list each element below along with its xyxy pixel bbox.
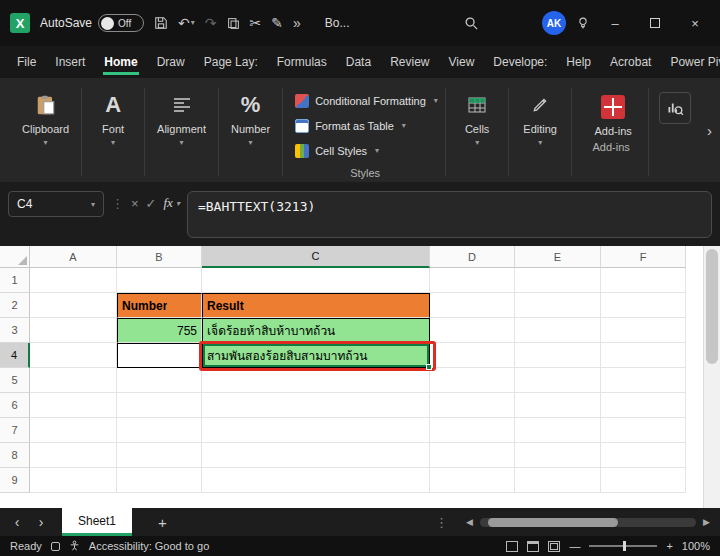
vertical-scrollbar-thumb[interactable] [706, 249, 718, 364]
tab-help[interactable]: Help [565, 49, 592, 75]
row-header-5[interactable]: 5 [0, 368, 30, 393]
accessibility-status[interactable]: Accessibility: Good to go [89, 540, 209, 552]
workbook-title[interactable]: Bo... [325, 16, 350, 30]
page-break-view-icon[interactable] [548, 541, 560, 552]
lightbulb-icon[interactable] [576, 16, 590, 30]
row-header-4[interactable]: 4 [0, 343, 30, 368]
cell-F9[interactable] [601, 468, 686, 493]
cell-C3[interactable]: เจ็ดร้อยห้าสิบห้าบาทถ้วน [202, 318, 430, 343]
cell-D1[interactable] [430, 268, 515, 293]
column-header-E[interactable]: E [515, 246, 601, 268]
tab-insert[interactable]: Insert [54, 49, 86, 75]
cell-C5[interactable] [202, 368, 430, 393]
cell-F2[interactable] [601, 293, 686, 318]
cell-D2[interactable] [430, 293, 515, 318]
tab-review[interactable]: Review [389, 49, 430, 75]
cell-F7[interactable] [601, 418, 686, 443]
tab-formulas[interactable]: Formulas [276, 49, 328, 75]
macro-record-icon[interactable] [51, 542, 60, 551]
add-sheet-button[interactable]: + [158, 514, 167, 531]
row-header-1[interactable]: 1 [0, 268, 30, 293]
cell-B2[interactable]: Number [117, 293, 202, 318]
styles-item-cell-styles[interactable]: Cell Styles▾ [295, 138, 435, 163]
ribbon-group-alignment[interactable]: Alignment ▾ [147, 82, 216, 182]
column-header-D[interactable]: D [430, 246, 515, 268]
cell-C2[interactable]: Result [202, 293, 430, 318]
undo-icon[interactable]: ↶▾ [178, 16, 195, 30]
cell-F8[interactable] [601, 443, 686, 468]
scroll-left-icon[interactable]: ◀ [466, 517, 473, 527]
row-header-7[interactable]: 7 [0, 418, 30, 443]
sheet-next-icon[interactable]: › [34, 514, 48, 530]
cell-C9[interactable] [202, 468, 430, 493]
cell-E7[interactable] [515, 418, 601, 443]
cell-C8[interactable] [202, 443, 430, 468]
cell-A8[interactable] [30, 443, 117, 468]
analyze-data-icon[interactable] [659, 92, 691, 124]
tab-develope[interactable]: Develope: [492, 49, 548, 75]
maximize-icon[interactable] [640, 16, 670, 31]
sheet-tab-sheet1[interactable]: Sheet1 [62, 508, 132, 536]
cell-B3[interactable]: 755 [117, 318, 202, 343]
redo-icon[interactable]: ↷ [205, 16, 217, 30]
save-icon[interactable] [154, 16, 168, 30]
cell-A3[interactable] [30, 318, 117, 343]
cell-F5[interactable] [601, 368, 686, 393]
cell-A9[interactable] [30, 468, 117, 493]
close-icon[interactable]: × [680, 16, 710, 31]
styles-group-label[interactable]: Styles [295, 167, 435, 179]
minimize-icon[interactable]: – [600, 16, 630, 31]
insert-function-button[interactable]: fx▾ [164, 191, 180, 211]
cell-D9[interactable] [430, 468, 515, 493]
addins-button[interactable]: Add-ins [584, 88, 642, 137]
page-layout-view-icon[interactable] [527, 541, 539, 552]
cell-D6[interactable] [430, 393, 515, 418]
cell-D5[interactable] [430, 368, 515, 393]
column-header-F[interactable]: F [601, 246, 686, 268]
zoom-level[interactable]: 100% [682, 540, 710, 552]
cell-B4[interactable] [117, 343, 202, 368]
ribbon-scroll-right-icon[interactable]: › [703, 116, 716, 145]
tab-acrobat[interactable]: Acrobat [609, 49, 652, 75]
formula-input[interactable]: =BAHTTEXT(3213) [187, 191, 712, 238]
column-header-A[interactable]: A [30, 246, 117, 268]
cell-B5[interactable] [117, 368, 202, 393]
cell-F3[interactable] [601, 318, 686, 343]
cell-B1[interactable] [117, 268, 202, 293]
zoom-out-icon[interactable]: — [569, 540, 580, 552]
tab-draw[interactable]: Draw [156, 49, 186, 75]
cell-C6[interactable] [202, 393, 430, 418]
autosave-toggle[interactable]: Off [98, 14, 144, 32]
cut-icon[interactable]: ✂ [250, 16, 262, 30]
cell-E4[interactable] [515, 343, 601, 368]
cell-E5[interactable] [515, 368, 601, 393]
scroll-right-icon[interactable]: ▶ [703, 517, 710, 527]
styles-item-format-as-table[interactable]: Format as Table▾ [295, 113, 435, 138]
tab-data[interactable]: Data [345, 49, 372, 75]
row-header-3[interactable]: 3 [0, 318, 30, 343]
cell-C7[interactable] [202, 418, 430, 443]
cell-A7[interactable] [30, 418, 117, 443]
cell-A4[interactable] [30, 343, 117, 368]
cell-B7[interactable] [117, 418, 202, 443]
tab-page-lay[interactable]: Page Lay: [203, 49, 259, 75]
cell-F6[interactable] [601, 393, 686, 418]
cell-A1[interactable] [30, 268, 117, 293]
excel-logo-icon[interactable]: X [10, 13, 30, 33]
ribbon-group-cells[interactable]: Cells ▾ [448, 82, 506, 182]
cell-E1[interactable] [515, 268, 601, 293]
cell-B9[interactable] [117, 468, 202, 493]
select-all-corner[interactable] [0, 246, 30, 268]
draw-icon[interactable]: ✎ [271, 16, 283, 30]
tab-home[interactable]: Home [103, 49, 138, 75]
cell-A2[interactable] [30, 293, 117, 318]
ribbon-group-clipboard[interactable]: Clipboard ▾ [12, 82, 79, 182]
zoom-slider-thumb[interactable] [623, 541, 626, 551]
horizontal-scrollbar-track[interactable] [480, 518, 696, 527]
ribbon-group-editing[interactable]: Editing ▾ [511, 82, 569, 182]
cell-A6[interactable] [30, 393, 117, 418]
cell-B6[interactable] [117, 393, 202, 418]
zoom-in-icon[interactable]: + [666, 540, 672, 552]
cell-B8[interactable] [117, 443, 202, 468]
fill-handle[interactable] [426, 364, 432, 370]
